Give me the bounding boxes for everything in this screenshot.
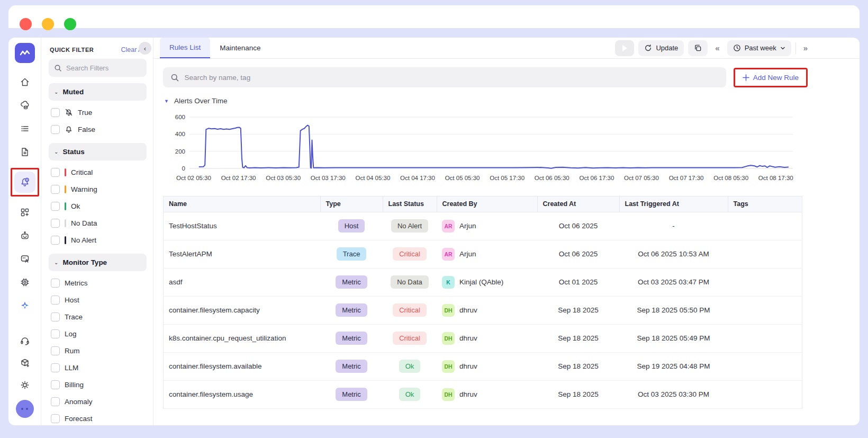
checkbox[interactable] [51,380,60,389]
package-plus-icon [20,357,30,368]
table-row[interactable]: asdfMetricNo DataKKinjal (QAble)Oct 01 2… [164,268,802,296]
table-row[interactable]: k8s.container.cpu_request_utilizationMet… [164,324,802,352]
filter-item-metrics[interactable]: Metrics [49,274,147,291]
filter-item-ok[interactable]: Ok [49,198,147,214]
filter-section-muted[interactable]: ⌄Muted [49,83,147,101]
play-icon [622,45,627,51]
last-triggered-at: Sep 18 2025 05:49 PM [619,324,728,352]
checkbox[interactable] [51,168,60,177]
filter-item-trace[interactable]: Trace [49,308,147,325]
checkbox[interactable] [51,296,60,305]
filter-item-false[interactable]: False [49,121,147,138]
chevron-down-icon: ⌄ [54,260,58,265]
sidebar-item-logs[interactable] [17,121,32,136]
filter-item-host[interactable]: Host [49,291,147,308]
last-triggered-at: Oct 03 2025 03:47 PM [619,268,728,296]
svg-text:Oct 07 17:30: Oct 07 17:30 [669,175,704,181]
sidebar-item-ai-assistant[interactable] [17,298,32,313]
run-button[interactable] [615,40,634,56]
sidebar-item-sessions[interactable] [17,252,32,266]
checkbox[interactable] [51,414,60,423]
table-header-row: NameTypeLast StatusCreated ByCreated AtL… [164,196,802,212]
time-shift-back-button[interactable]: « [712,40,722,56]
checkbox[interactable] [51,202,60,211]
filter-section-status[interactable]: ⌄Status [49,143,147,160]
add-new-rule-button[interactable]: Add New Rule [735,69,806,86]
sidebar-item-support[interactable] [17,333,32,348]
svg-text:Oct 03 17:30: Oct 03 17:30 [311,175,346,181]
filter-item-critical[interactable]: Critical [49,164,147,181]
filter-item-no-alert[interactable]: No Alert [49,231,147,248]
filter-item-billing[interactable]: Billing [49,376,147,393]
checkbox[interactable] [51,279,60,288]
table-row[interactable]: TestAlertAPMTraceCriticalARArjunOct 06 2… [164,240,802,268]
filter-item-no-data[interactable]: No Data [49,214,147,231]
filter-search-input[interactable] [66,64,135,72]
column-header-name: Name [164,196,320,212]
checkbox[interactable] [51,329,60,338]
filter-item-log[interactable]: Log [49,325,147,342]
checkbox[interactable] [51,397,60,406]
time-shift-forward-button[interactable]: » [800,40,811,56]
collapse-filters-button[interactable]: ‹ [139,42,151,55]
filter-item-true[interactable]: True [49,104,147,121]
created-at: Oct 06 2025 [537,212,619,240]
checkbox[interactable] [51,185,60,194]
type-badge: Trace [337,247,367,261]
filter-item-anomaly[interactable]: Anomaly [49,393,147,410]
sidebar-icon-rail [8,38,41,425]
filter-item-rum[interactable]: Rum [49,342,147,359]
created-by: Arjun [459,250,476,258]
avatar: DH [442,304,455,317]
filter-item-forecast[interactable]: Forecast [49,410,147,425]
sidebar-item-settings[interactable] [17,378,32,392]
checkbox[interactable] [51,236,60,245]
update-button[interactable]: Update [638,40,684,56]
svg-text:Oct 08 05:30: Oct 08 05:30 [713,175,748,181]
table-row[interactable]: container.filesystem.usageMetricOkDHdhru… [164,380,802,408]
created-at: Sep 18 2025 [537,324,619,352]
status-color-bar [65,219,66,227]
traffic-light-minimize[interactable] [42,18,54,30]
type-badge: Metric [336,303,367,317]
sidebar-item-processes[interactable] [17,275,32,290]
checkbox[interactable] [51,219,60,228]
sidebar-item-reports[interactable] [17,145,32,159]
chevron-down-icon [780,46,785,51]
rules-search[interactable] [163,67,726,87]
filter-search[interactable] [49,59,147,77]
sidebar-item-automation[interactable] [17,228,32,243]
table-row[interactable]: container.filesystem.availableMetricOkDH… [164,352,802,380]
filter-item-warning[interactable]: Warning [49,181,147,198]
app-logo[interactable] [15,43,35,63]
avatar: AR [442,248,455,261]
status-badge: Critical [393,332,427,345]
filter-section-monitor-type[interactable]: ⌄Monitor Type [49,254,147,271]
sidebar-item-alerts[interactable] [14,172,35,193]
checkbox[interactable] [51,363,60,372]
sidebar-item-dashboards[interactable] [17,205,32,220]
rule-name: container.filesystem.capacity [164,296,320,324]
checkbox[interactable] [51,125,60,134]
alerts-over-time-header[interactable]: ▼ Alerts Over Time [153,90,860,105]
copy-button[interactable] [688,40,708,56]
checkbox[interactable] [51,108,60,117]
time-range-selector[interactable]: Past week [727,40,791,56]
created-at: Oct 01 2025 [537,268,619,296]
last-triggered-at: Oct 06 2025 10:53 AM [619,240,728,268]
rules-search-input[interactable] [185,74,719,82]
checkbox[interactable] [51,346,60,355]
tab-maintenance[interactable]: Maintenance [210,38,270,58]
tab-rules-list[interactable]: Rules List [160,38,210,58]
table-row[interactable]: TestHostStatusHostNo AlertARArjunOct 06 … [164,212,802,240]
sidebar-item-infrastructure[interactable] [17,98,32,113]
traffic-light-close[interactable] [20,18,32,30]
sidebar-item-integrations[interactable] [17,355,32,370]
checkbox[interactable] [51,312,60,321]
table-row[interactable]: container.filesystem.capacityMetricCriti… [164,296,802,324]
user-avatar[interactable] [16,400,34,418]
sidebar-item-home[interactable] [17,75,32,90]
svg-text:Oct 02 05:30: Oct 02 05:30 [176,175,211,181]
traffic-light-zoom[interactable] [64,18,76,30]
filter-item-llm[interactable]: LLM [49,359,147,376]
